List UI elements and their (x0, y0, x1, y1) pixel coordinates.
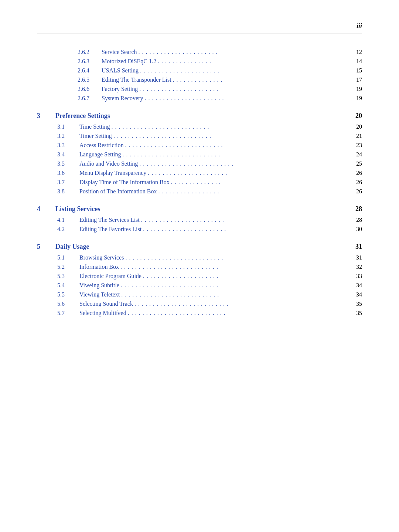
sub3-num: 2.6.6 (78, 86, 98, 92)
section-page: 20 (349, 112, 362, 120)
toc-item-10: 3.4Language Setting . . . . . . . . . . … (37, 151, 362, 158)
sub2-num: 3.8 (57, 188, 76, 195)
sub2-title: Electronic Program Guide (79, 273, 141, 279)
page-number: iii (357, 22, 362, 30)
sub2-title: Information Box (79, 264, 119, 270)
sub2-num: 3.1 (57, 123, 76, 130)
sub2-title: Editing The Services List (79, 217, 140, 223)
toc-item-17: 4.2Editing The Favorites List . . . . . … (37, 226, 362, 233)
sub2-title: Selecting Multifeed (79, 310, 126, 316)
sub2-page: 24 (351, 151, 362, 158)
section-page: 31 (349, 243, 362, 251)
sub3-title: Service Search (102, 49, 137, 55)
sub2-page: 34 (351, 282, 362, 289)
sub3-page: 12 (351, 49, 362, 55)
sub3-num: 2.6.4 (78, 67, 98, 74)
section-num: 3 (37, 112, 52, 120)
sub2-title: Browsing Services (79, 254, 124, 261)
sub2-dots: . . . . . . . . . . . . . . . . . . . . … (141, 217, 349, 223)
toc-item-2: 2.6.4USALS Setting . . . . . . . . . . .… (37, 67, 362, 74)
sub3-title: Factory Setting (102, 86, 138, 92)
sub3-dots: . . . . . . . . . . . . . . . . . . . . … (139, 49, 349, 55)
sub2-num: 5.1 (57, 254, 76, 261)
sub3-title: Motorized DiSEqC 1.2 (102, 58, 156, 65)
sub3-page: 15 (351, 67, 362, 74)
toc-item-11: 3.5Audio and Video Setting . . . . . . .… (37, 160, 362, 167)
toc-item-13: 3.7Display Time of The Information Box .… (37, 179, 362, 186)
toc-item-20: 5.2Information Box . . . . . . . . . . .… (37, 264, 362, 270)
sub3-title: Editing The Transponder List (102, 77, 171, 83)
sub2-page: 35 (351, 310, 362, 316)
section-title: Listing Services (55, 205, 349, 213)
toc-item-18: 5Daily Usage31 (37, 243, 362, 251)
sub3-dots: . . . . . . . . . . . . . . . . . . . . … (139, 86, 349, 92)
toc-item-5: 2.6.7System Recovery . . . . . . . . . .… (37, 95, 362, 102)
sub2-num: 4.2 (57, 226, 76, 233)
sub3-page: 14 (351, 58, 362, 65)
sub2-dots: . . . . . . . . . . . . . . . . . . . . … (148, 170, 349, 176)
sub2-page: 26 (351, 170, 362, 176)
toc-item-25: 5.7Selecting Multifeed . . . . . . . . .… (37, 310, 362, 316)
toc-item-3: 2.6.5Editing The Transponder List . . . … (37, 77, 362, 83)
sub3-num: 2.6.7 (78, 95, 98, 102)
sub2-dots: . . . . . . . . . . . . . . . . . . . . … (122, 151, 349, 158)
sub2-num: 5.5 (57, 291, 76, 298)
sub2-title: Editing The Favorites List (79, 226, 141, 233)
toc-item-4: 2.6.6Factory Setting . . . . . . . . . .… (37, 86, 362, 92)
sub2-dots: . . . . . . . . . . . . . . (171, 179, 349, 186)
toc-item-14: 3.8Position of The Information Box . . .… (37, 188, 362, 195)
sub3-title: System Recovery (102, 95, 143, 102)
sub2-page: 28 (351, 217, 362, 223)
toc-item-21: 5.3Electronic Program Guide . . . . . . … (37, 273, 362, 279)
sub2-page: 26 (351, 179, 362, 186)
sub2-page: 25 (351, 160, 362, 167)
sub2-title: Position of The Information Box (79, 188, 157, 195)
sub3-num: 2.6.5 (78, 77, 98, 83)
sub2-page: 26 (351, 188, 362, 195)
sub2-num: 3.2 (57, 133, 76, 139)
toc-item-8: 3.2Timer Setting . . . . . . . . . . . .… (37, 133, 362, 139)
sub2-dots: . . . . . . . . . . . . . . . . . . . . … (125, 254, 349, 261)
toc-item-9: 3.3Access Restriction . . . . . . . . . … (37, 142, 362, 149)
toc-item-7: 3.1Time Setting . . . . . . . . . . . . … (37, 123, 362, 130)
sub2-dots: . . . . . . . . . . . . . . . . . . . . … (143, 226, 349, 233)
sub2-title: Viweing Subtitle (79, 282, 119, 289)
sub2-page: 34 (351, 291, 362, 298)
sub2-dots: . . . . . . . . . . . . . . . . . . . . … (121, 291, 349, 298)
sub2-dots: . . . . . . . . . . . . . . . . . . . . … (125, 142, 349, 149)
sub3-page: 19 (351, 95, 362, 102)
sub2-num: 3.4 (57, 151, 76, 158)
sub2-page: 35 (351, 301, 362, 307)
sub2-title: Language Setting (79, 151, 121, 158)
sub2-dots: . . . . . . . . . . . . . . . . . . . . … (112, 123, 349, 130)
sub2-dots: . . . . . . . . . . . . . . . . . . . . … (128, 310, 349, 316)
sub2-page: 30 (351, 226, 362, 233)
toc-item-19: 5.1Browsing Services . . . . . . . . . .… (37, 254, 362, 261)
sub2-dots: . . . . . . . . . . . . . . . . . . . . … (120, 264, 349, 270)
sub2-dots: . . . . . . . . . . . . . . . . . . . . … (113, 133, 349, 139)
sub3-num: 2.6.2 (78, 49, 98, 55)
sub2-num: 3.6 (57, 170, 76, 176)
toc-item-0: 2.6.2Service Search . . . . . . . . . . … (37, 49, 362, 55)
sub2-title: Timer Setting (79, 133, 112, 139)
sub2-title: Selecting Sound Track (79, 301, 133, 307)
section-page: 28 (349, 205, 362, 213)
sub2-title: Display Time of The Information Box (79, 179, 170, 186)
sub2-title: Access Restriction (79, 142, 124, 149)
sub3-title: USALS Setting (102, 67, 139, 74)
sub2-dots: . . . . . . . . . . . . . . . . . . . . … (134, 301, 349, 307)
sub3-page: 19 (351, 86, 362, 92)
sub2-page: 23 (351, 142, 362, 149)
toc-item-6: 3Preference Settings20 (37, 112, 362, 120)
sub2-title: Time Setting (79, 123, 110, 130)
sub2-num: 3.7 (57, 179, 76, 186)
sub2-page: 32 (351, 264, 362, 270)
sub2-title: Audio and Video Setting (79, 160, 138, 167)
sub3-dots: . . . . . . . . . . . . . . . . . . . . … (140, 67, 349, 74)
sub3-page: 17 (351, 77, 362, 83)
sub2-page: 20 (351, 123, 362, 130)
sub2-page: 31 (351, 254, 362, 261)
sub2-num: 5.4 (57, 282, 76, 289)
sub2-num: 5.6 (57, 301, 76, 307)
section-title: Preference Settings (55, 112, 349, 120)
